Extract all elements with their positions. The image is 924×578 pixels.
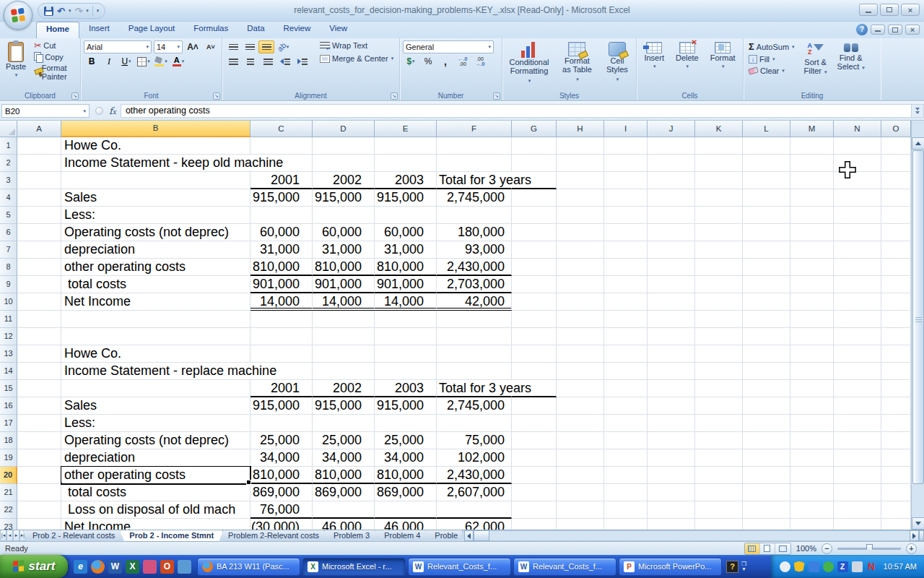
sheet-tab-problem-2-relevant-costs[interactable]: Problem 2-Relevant costs: [219, 530, 328, 542]
page-layout-view-button[interactable]: [760, 543, 775, 554]
cell-F10[interactable]: 42,000: [437, 293, 512, 311]
sheet-tab-problem-3[interactable]: Problem 3: [324, 530, 379, 542]
cell-D23[interactable]: 46,000: [313, 519, 375, 530]
cell-M1[interactable]: [790, 137, 834, 155]
cell-G5[interactable]: [512, 207, 557, 224]
column-header-i[interactable]: I: [604, 121, 648, 137]
cell-N12[interactable]: [834, 328, 881, 345]
cell-O10[interactable]: [881, 293, 911, 311]
cell-C18[interactable]: 25,000: [250, 432, 313, 449]
cell-D12[interactable]: [313, 328, 375, 345]
cell-E22[interactable]: [375, 501, 437, 519]
cell-D2[interactable]: [313, 155, 375, 172]
font-size-select[interactable]: 14▾: [154, 40, 183, 53]
cell-A21[interactable]: [17, 484, 61, 501]
cell-M11[interactable]: [790, 311, 834, 328]
cell-E23[interactable]: 46,000: [375, 519, 437, 530]
column-header-l[interactable]: L: [743, 121, 790, 137]
cell-N17[interactable]: [834, 415, 881, 432]
row-header-5[interactable]: 5: [0, 207, 17, 224]
cell-F22[interactable]: [437, 501, 512, 519]
column-header-h[interactable]: H: [557, 121, 604, 137]
fill-button[interactable]: ↓Fill▾: [746, 54, 797, 64]
cell-O3[interactable]: [881, 172, 911, 189]
cell-H14[interactable]: [557, 363, 604, 380]
bold-button[interactable]: B: [84, 55, 100, 68]
quick-launch-pink-icon[interactable]: [143, 560, 157, 574]
cell-C22[interactable]: 76,000: [250, 501, 313, 519]
row-header-13[interactable]: 13: [0, 345, 17, 363]
row-header-6[interactable]: 6: [0, 224, 17, 241]
cell-K12[interactable]: [695, 328, 743, 345]
cell-B8[interactable]: other operating costs: [61, 259, 250, 276]
cell-M9[interactable]: [790, 276, 834, 293]
cell-N20[interactable]: [834, 467, 881, 484]
zoom-slider[interactable]: [837, 548, 901, 550]
language-bar-icon[interactable]: ?: [726, 561, 738, 573]
cell-C11[interactable]: [250, 311, 313, 328]
zoom-in-button[interactable]: +: [906, 543, 917, 554]
cell-E14[interactable]: [375, 363, 437, 380]
cell-M22[interactable]: [790, 501, 834, 519]
cell-J1[interactable]: [648, 137, 695, 155]
cell-I1[interactable]: [604, 137, 648, 155]
cell-G20[interactable]: [512, 467, 557, 484]
align-right-button[interactable]: [260, 55, 276, 68]
number-format-select[interactable]: General▾: [403, 40, 494, 53]
font-family-select[interactable]: Arial▾: [84, 40, 152, 53]
merge-center-button[interactable]: Merge & Center▾: [318, 53, 396, 64]
cell-G2[interactable]: [512, 155, 557, 172]
row-header-10[interactable]: 10: [0, 293, 17, 311]
minimize-button[interactable]: [859, 4, 878, 16]
cell-A23[interactable]: [17, 519, 61, 530]
cell-B7[interactable]: depreciation: [61, 241, 250, 259]
cell-O20[interactable]: [881, 467, 911, 484]
cell-D20[interactable]: 810,000: [313, 467, 375, 484]
cell-C16[interactable]: 915,000: [250, 397, 313, 415]
cell-L19[interactable]: [743, 449, 790, 467]
horizontal-scrollbar-thumb[interactable]: [474, 530, 489, 541]
cell-F12[interactable]: [437, 328, 512, 345]
cell-K6[interactable]: [695, 224, 743, 241]
scroll-left-icon[interactable]: [464, 530, 474, 541]
sheet-tab-proble[interactable]: Proble: [425, 530, 463, 542]
cell-O13[interactable]: [881, 345, 911, 363]
cell-A9[interactable]: [17, 276, 61, 293]
ribbon-tab-home[interactable]: Home: [36, 22, 79, 38]
cell-J8[interactable]: [648, 259, 695, 276]
cell-J4[interactable]: [648, 189, 695, 207]
cell-K22[interactable]: [695, 501, 743, 519]
cell-E1[interactable]: [375, 137, 437, 155]
row-header-1[interactable]: 1: [0, 137, 17, 155]
cell-N11[interactable]: [834, 311, 881, 328]
taskbar-button-relevant-costs-f[interactable]: WRelevant_Costs_f...: [513, 558, 616, 576]
cell-F7[interactable]: 93,000: [437, 241, 512, 259]
cell-D17[interactable]: [313, 415, 375, 432]
cell-I22[interactable]: [604, 501, 648, 519]
cell-F23[interactable]: 62,000: [437, 519, 512, 530]
cell-H5[interactable]: [557, 207, 604, 224]
row-header-4[interactable]: 4: [0, 189, 17, 207]
previous-sheet-button[interactable]: ◂: [6, 530, 13, 541]
cell-C3[interactable]: 2001: [250, 172, 313, 189]
cell-I21[interactable]: [604, 484, 648, 501]
tray-z-icon[interactable]: Z: [837, 561, 848, 572]
cell-F3[interactable]: Total for 3 years: [437, 172, 512, 189]
quick-launch-excel-icon[interactable]: X: [126, 560, 139, 574]
scroll-right-icon[interactable]: [910, 530, 919, 541]
cell-I2[interactable]: [604, 155, 648, 172]
cell-E18[interactable]: 25,000: [375, 432, 437, 449]
cell-D16[interactable]: 915,000: [313, 397, 375, 415]
cell-L20[interactable]: [743, 467, 790, 484]
cell-M8[interactable]: [790, 259, 834, 276]
cell-D21[interactable]: 869,000: [313, 484, 375, 501]
cell-A16[interactable]: [17, 397, 61, 415]
cell-L18[interactable]: [743, 432, 790, 449]
toolbar-options-icon[interactable]: ❒▾: [741, 561, 746, 571]
cell-B9[interactable]: total costs: [61, 276, 250, 293]
vertical-scrollbar-thumb[interactable]: [912, 150, 924, 484]
cell-D22[interactable]: [313, 501, 375, 519]
row-header-11[interactable]: 11: [0, 311, 17, 328]
decrease-decimal-button[interactable]: .00→.0: [472, 55, 488, 68]
cell-K23[interactable]: [695, 519, 743, 530]
